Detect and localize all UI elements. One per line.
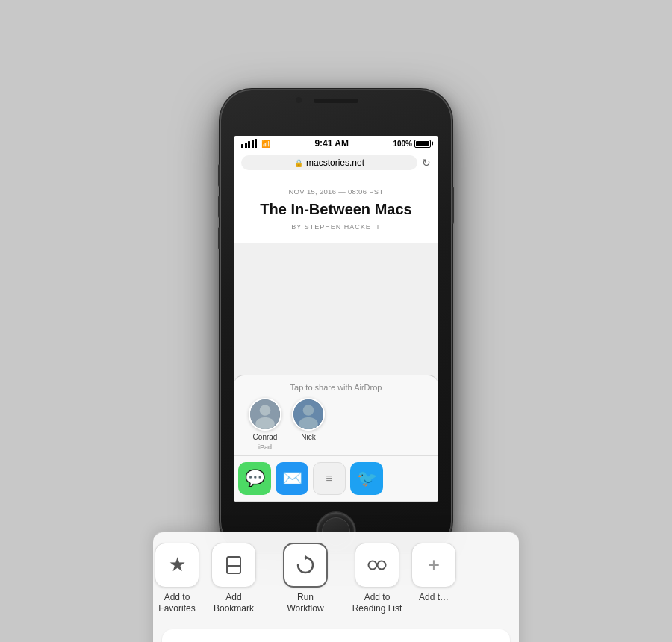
app-messages[interactable]: 💬 (238, 462, 271, 495)
lock-icon: 🔒 (294, 159, 303, 167)
share-sheet-overlay: ★ Add toFavorites AddBookmark (153, 532, 519, 642)
action-row-overlay: ★ Add toFavorites AddBookmark (153, 532, 519, 623)
svg-point-6 (260, 405, 271, 416)
front-camera (296, 97, 302, 103)
phone: 📶 9:41 AM 100% 🔒 macstories.net ↻ (220, 90, 452, 552)
phone-screen: 📶 9:41 AM 100% 🔒 macstories.net ↻ (234, 136, 438, 502)
app-share-row: 💬 ✉️ ≡ 🐦 (234, 456, 438, 502)
avatar-conrad (249, 398, 281, 431)
url-text: macstories.net (306, 158, 364, 168)
action-item-add-bookmark[interactable]: AddBookmark (198, 540, 270, 618)
svg-point-9 (303, 405, 314, 416)
bookmark-icon (211, 543, 256, 588)
svg-point-3 (369, 561, 377, 569)
airdrop-person-2[interactable]: Nick (292, 398, 325, 451)
article-title: The In-Between Macs (244, 200, 428, 219)
address-bar: 🔒 macstories.net ↻ (234, 151, 438, 175)
app-mail[interactable]: ✉️ (276, 462, 308, 495)
person1-name: Conrad (253, 433, 278, 441)
favorites-label: Add toFavorites (158, 592, 195, 615)
svg-point-4 (378, 561, 386, 569)
svg-point-10 (299, 417, 317, 431)
article-author: BY STEPHEN HACKETT (244, 223, 428, 231)
favorites-icon: ★ (155, 543, 199, 588)
airdrop-people: Conrad iPad (241, 398, 431, 451)
avatar-inner-1 (250, 399, 280, 429)
home-screen-label: Add t… (419, 592, 449, 604)
svg-point-7 (255, 417, 274, 431)
workflow-label: RunWorkflow (287, 592, 323, 615)
reading-list-label: Add toReading List (352, 592, 402, 615)
home-screen-icon: + (411, 543, 456, 588)
status-bar: 📶 9:41 AM 100% (234, 136, 438, 151)
battery-icon (414, 140, 431, 148)
person1-device: iPad (258, 443, 272, 451)
battery-percent: 100% (393, 140, 412, 148)
wifi-icon: 📶 (261, 140, 270, 148)
airdrop-person-1[interactable]: Conrad iPad (249, 398, 281, 451)
action-item-home-screen-partial[interactable]: + Add t… (413, 540, 455, 618)
reload-icon[interactable]: ↻ (422, 157, 431, 169)
airdrop-section: Tap to share with AirDrop (234, 375, 438, 456)
action-item-run-workflow[interactable]: RunWorkflow (270, 540, 341, 618)
svg-marker-2 (305, 555, 308, 560)
avatar-nick (292, 398, 325, 431)
action-item-reading-list[interactable]: Add toReading List (341, 540, 413, 618)
app-twitter[interactable]: 🐦 (350, 462, 383, 495)
speaker (314, 99, 358, 103)
battery-fill (416, 141, 429, 146)
status-time: 9:41 AM (314, 138, 349, 149)
bookmark-label: AddBookmark (214, 592, 254, 615)
signal-area: 📶 (241, 139, 270, 148)
share-sheet: Tap to share with AirDrop (234, 375, 438, 502)
action-item-favorites-partial[interactable]: ★ Add toFavorites (156, 540, 198, 618)
app-notes[interactable]: ≡ (313, 462, 346, 495)
workflow-icon (283, 543, 328, 588)
url-bar[interactable]: 🔒 macstories.net (241, 155, 417, 170)
article-content: NOV 15, 2016 — 08:06 PST The In-Between … (234, 175, 438, 243)
battery-area: 100% (393, 140, 431, 148)
airdrop-label: Tap to share with AirDrop (241, 383, 431, 392)
person2-name: Nick (301, 433, 315, 441)
reading-list-icon (355, 543, 399, 588)
cancel-button[interactable]: Cancel (162, 629, 510, 642)
avatar-inner-2 (293, 399, 323, 429)
article-date: NOV 15, 2016 — 08:06 PST (244, 187, 428, 196)
